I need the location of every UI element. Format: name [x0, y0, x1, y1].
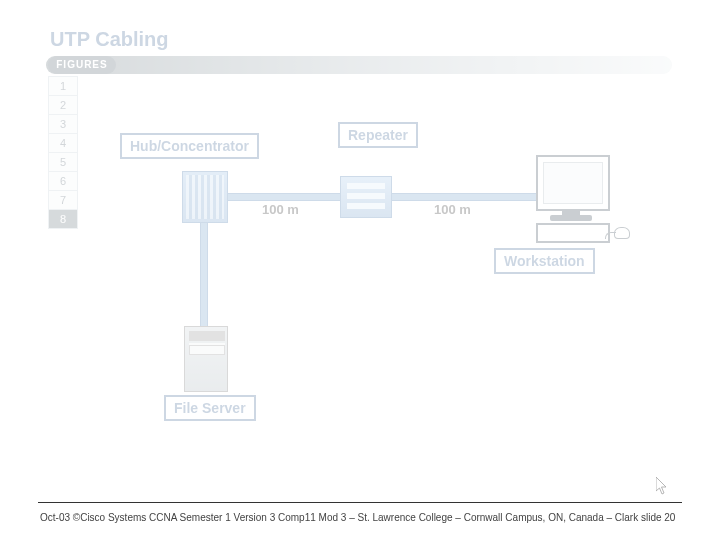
cable-hub-server: [200, 222, 208, 328]
figures-label: FIGURES: [48, 56, 116, 74]
pc-box-icon: [536, 223, 610, 243]
mouse-icon: [614, 227, 630, 239]
distance-repeater-workstation: 100 m: [434, 202, 471, 217]
figure-tab-1[interactable]: 1: [48, 76, 78, 96]
figure-tab-6[interactable]: 6: [48, 171, 78, 191]
figure-tab-4[interactable]: 4: [48, 133, 78, 153]
page-title: UTP Cabling: [50, 28, 169, 51]
figures-bar: [46, 56, 672, 74]
figure-tab-8[interactable]: 8: [48, 209, 78, 229]
cable-repeater-workstation: [390, 193, 538, 201]
file-server-label: File Server: [164, 395, 256, 421]
repeater-icon: [340, 176, 392, 218]
hub-icon: [182, 171, 228, 223]
slide: UTP Cabling FIGURES 1 2 3 4 5 6 7 8 Hub/…: [0, 0, 720, 540]
hub-label: Hub/Concentrator: [120, 133, 259, 159]
footer-divider: [38, 502, 682, 503]
figure-tab-5[interactable]: 5: [48, 152, 78, 172]
workstation-icon: [522, 155, 632, 240]
figure-tabs: 1 2 3 4 5 6 7 8: [48, 76, 76, 228]
footer-text: Oct-03 ©Cisco Systems CCNA Semester 1 Ve…: [40, 512, 680, 523]
cursor-icon: [656, 477, 668, 495]
figure-tab-2[interactable]: 2: [48, 95, 78, 115]
monitor-icon: [536, 155, 610, 211]
figure-tab-3[interactable]: 3: [48, 114, 78, 134]
repeater-label: Repeater: [338, 122, 418, 148]
workstation-label: Workstation: [494, 248, 595, 274]
cable-hub-repeater: [226, 193, 342, 201]
file-server-icon: [184, 326, 228, 392]
monitor-base-icon: [550, 215, 592, 221]
distance-hub-repeater: 100 m: [262, 202, 299, 217]
figure-tab-7[interactable]: 7: [48, 190, 78, 210]
